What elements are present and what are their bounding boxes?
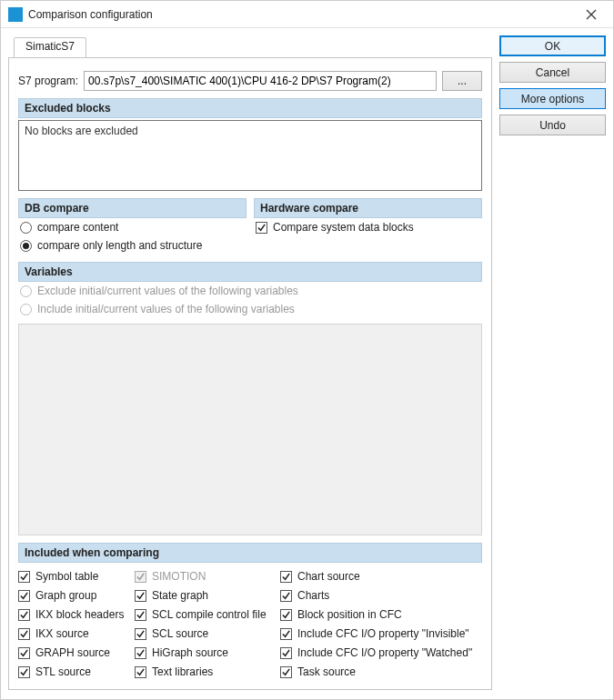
s7-program-label: S7 program: [18,75,78,87]
check-graph-source-label: GRAPH source [35,646,110,659]
check-scl-source-label: SCL source [152,627,208,640]
check-symbol-table-label: Symbol table [35,570,98,583]
radio-compare-content-row[interactable]: compare content [18,218,247,236]
check-symbol-table[interactable] [18,571,30,583]
check-ikx-headers-label: IKX block headers [35,608,124,621]
check-cfc-watched[interactable] [280,647,292,659]
main-column: SimaticS7 S7 program: ... Excluded block… [8,34,492,690]
check-task-source-row[interactable]: Task source [280,664,482,680]
check-ikx-headers[interactable] [18,609,30,621]
check-scl-compile-row[interactable]: SCL compile control file [135,606,271,623]
cancel-button[interactable]: Cancel [499,62,606,83]
tab-simatics7[interactable]: SimaticS7 [14,37,86,57]
more-options-button[interactable]: More options [499,88,606,109]
check-charts-label: Charts [297,589,329,602]
window-title: Comparison configuration [28,8,573,21]
check-graph-source-row[interactable]: GRAPH source [18,645,126,661]
check-cfc-invisible-label: Include CFC I/O property "Invisible" [297,627,469,640]
check-chart-source-row[interactable]: Chart source [280,568,482,585]
radio-compare-content-label: compare content [37,221,118,234]
check-simotion-row: SIMOTION [135,568,271,585]
tab-strip: SimaticS7 [8,37,492,57]
check-ikx-headers-row[interactable]: IKX block headers [18,606,126,623]
titlebar: Comparison configuration [1,1,613,28]
section-included-comparing: Included when comparing [18,543,482,563]
check-scl-compile[interactable] [135,609,146,621]
check-scl-source[interactable] [135,628,146,640]
check-charts-row[interactable]: Charts [280,587,482,604]
check-chart-source[interactable] [280,571,292,583]
check-text-libraries-label: Text libraries [152,665,213,678]
check-graph-source[interactable] [18,647,30,659]
check-higraph-row[interactable]: HiGraph source [135,645,271,661]
check-ikx-source-label: IKX source [35,627,89,640]
check-simotion [135,571,146,583]
radio-compare-length-row[interactable]: compare only length and structure [18,236,247,255]
included-grid: Symbol table Graph group IKX block heade… [18,568,482,680]
check-state-graph[interactable] [135,590,146,602]
radio-vars-include-row: Include initial/current values of the fo… [18,300,482,318]
check-graph-group-label: Graph group [35,589,96,602]
button-column: OK Cancel More options Undo [499,34,606,690]
check-chart-source-label: Chart source [297,570,360,583]
radio-vars-exclude-row: Exclude initial/current values of the fo… [18,282,482,300]
check-cfc-watched-label: Include CFC I/O property "Watched" [297,646,472,659]
ok-button[interactable]: OK [499,35,606,56]
radio-vars-include [20,304,32,315]
check-cfc-invisible[interactable] [280,628,292,640]
check-block-pos-row[interactable]: Block position in CFC [280,606,482,623]
dialog-window: Comparison configuration SimaticS7 S7 pr… [0,0,614,700]
check-scl-source-row[interactable]: SCL source [135,625,271,642]
excluded-blocks-text: No blocks are excluded [25,125,138,137]
check-block-pos-label: Block position in CFC [297,608,402,621]
check-scl-compile-label: SCL compile control file [152,608,267,621]
radio-vars-exclude-label: Exclude initial/current values of the fo… [37,285,298,297]
section-db-compare: DB compare [18,198,247,218]
check-block-pos[interactable] [280,609,292,621]
check-ikx-source[interactable] [18,628,30,640]
s7-program-input[interactable] [84,71,437,91]
check-ikx-source-row[interactable]: IKX source [18,625,126,642]
check-stl-source-label: STL source [35,665,91,678]
radio-compare-content[interactable] [20,222,32,234]
check-state-graph-row[interactable]: State graph [135,587,271,604]
check-cfc-watched-row[interactable]: Include CFC I/O property "Watched" [280,645,482,661]
check-task-source-label: Task source [297,665,356,678]
undo-button[interactable]: Undo [499,115,606,135]
variables-list-area [18,324,482,535]
check-cfc-invisible-row[interactable]: Include CFC I/O property "Invisible" [280,625,482,642]
check-stl-source-row[interactable]: STL source [18,664,126,680]
excluded-blocks-list[interactable]: No blocks are excluded [18,120,482,191]
check-text-libraries-row[interactable]: Text libraries [135,664,271,680]
radio-compare-length[interactable] [20,240,32,252]
section-variables: Variables [18,262,482,282]
check-compare-sysdata-label: Compare system data blocks [273,221,414,234]
tab-content: S7 program: ... Excluded blocks No block… [8,57,492,690]
check-simotion-label: SIMOTION [152,570,206,583]
section-excluded-blocks: Excluded blocks [18,98,482,118]
app-icon [8,7,23,22]
close-button[interactable] [573,1,609,28]
check-compare-sysdata[interactable] [256,222,267,234]
check-graph-group[interactable] [18,590,30,602]
browse-button[interactable]: ... [442,71,482,91]
check-sysdata-row[interactable]: Compare system data blocks [254,218,482,236]
dialog-body: SimaticS7 S7 program: ... Excluded block… [1,28,613,699]
check-symbol-table-row[interactable]: Symbol table [18,568,126,585]
check-higraph-label: HiGraph source [152,646,228,659]
check-task-source[interactable] [280,666,292,678]
radio-vars-include-label: Include initial/current values of the fo… [37,303,295,315]
check-stl-source[interactable] [18,666,30,678]
section-hardware-compare: Hardware compare [254,198,482,218]
check-state-graph-label: State graph [152,589,208,602]
check-text-libraries[interactable] [135,666,146,678]
check-charts[interactable] [280,590,292,602]
check-higraph[interactable] [135,647,146,659]
s7-program-row: S7 program: ... [18,71,482,91]
radio-vars-exclude [20,285,32,297]
radio-compare-length-label: compare only length and structure [37,239,202,252]
check-graph-group-row[interactable]: Graph group [18,587,126,604]
